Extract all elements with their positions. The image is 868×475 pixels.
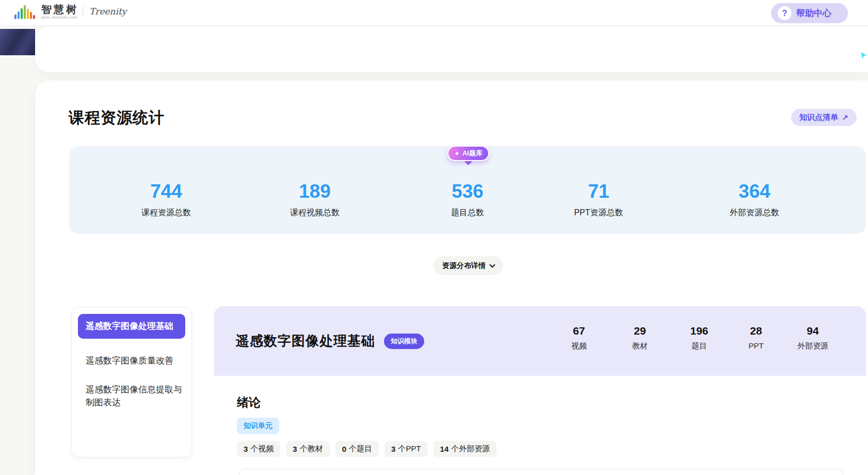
brand-name-en: Treenity (89, 6, 126, 17)
stat-label: 题目 (690, 341, 708, 351)
module-stat-questions: 196 题目 (690, 325, 708, 351)
brand-name-cn: 智慧树 (41, 4, 78, 14)
summary-stat-total-videos: 189 课程视频总数 (290, 182, 340, 218)
stat-value: 744 (141, 182, 191, 201)
question-icon: ? (778, 6, 792, 20)
knowledge-point-list-label: 知识点清单 (799, 113, 838, 122)
help-center-button[interactable]: ? 帮助中心 (771, 3, 848, 23)
page-title: 课程资源统计 (69, 107, 165, 129)
arrow-up-right-icon: ↗ (842, 113, 848, 122)
module-stat-external: 94 外部资源 (797, 325, 828, 351)
stat-value: 67 (571, 325, 587, 336)
sidebar-item-remote-sensing-basics[interactable]: 遥感数字图像处理基础 (78, 314, 185, 339)
module-sidebar: 遥感数字图像处理基础 遥感数字图像质量改善 遥感数字图像信息提取与制图表达 (71, 307, 192, 457)
module-header-panel: 遥感数字图像处理基础 知识模块 67 视频 29 教材 196 题目 28 PP… (214, 306, 866, 376)
stat-value: 189 (290, 182, 340, 201)
stat-value: 28 (748, 325, 763, 336)
resource-distribution-toggle[interactable]: 资源分布详情 (433, 256, 503, 275)
brand-url: www.zhihuishu.com (41, 15, 78, 19)
summary-stats-panel: 744 课程资源总数 189 课程视频总数 536 题目总数 71 PPT资源总… (69, 146, 866, 234)
logo-bars-icon (14, 4, 35, 19)
nav-bar: 课程概述 课程设计 知识关系 课程图谱 问题图谱 能力图谱 教学资源 (35, 27, 868, 72)
stat-value: 364 (730, 182, 779, 201)
sidebar-item-info-extraction-mapping[interactable]: 遥感数字图像信息提取与制图表达 (72, 383, 191, 409)
banner-image-fragment (0, 29, 35, 55)
knowledge-unit-badge: 知识单元 (237, 418, 279, 434)
chip-textbooks: 3 个教材 (286, 441, 329, 457)
chevron-down-icon (489, 262, 495, 267)
module-stat-videos: 67 视频 (571, 325, 587, 351)
unit-content-card (239, 469, 843, 475)
unit-resource-chips: 3 个视频 3 个教材 0 个题目 3 个PPT 14 个外部资源 (237, 441, 496, 457)
stat-label: PPT (748, 341, 763, 350)
ai-question-bank-badge: ✦ AI题库 (447, 146, 489, 161)
summary-stat-total-ppt: 71 PPT资源总数 (574, 182, 623, 218)
stat-value: 29 (632, 325, 648, 336)
knowledge-module-badge: 知识模块 (384, 334, 424, 349)
sidebar-item-image-quality-improvement[interactable]: 遥感数字图像质量改善 (72, 354, 191, 368)
stat-value: 71 (574, 182, 623, 201)
stat-value: 94 (797, 325, 828, 336)
summary-stat-total-external: 364 外部资源总数 (730, 182, 779, 218)
stat-label: 题目总数 (451, 208, 484, 218)
stat-label: PPT资源总数 (574, 208, 623, 218)
cursor-icon (860, 52, 868, 62)
stat-label: 课程资源总数 (141, 208, 191, 218)
chip-questions: 0 个题目 (335, 441, 379, 457)
stat-label: 教材 (632, 341, 648, 351)
stat-label: 视频 (571, 341, 587, 351)
summary-stat-total-questions: 536 题目总数 (451, 182, 484, 218)
sparkle-icon: ✦ (454, 150, 460, 157)
chip-videos: 3 个视频 (237, 441, 280, 457)
module-stat-textbooks: 29 教材 (632, 325, 648, 351)
stat-label: 外部资源总数 (730, 208, 779, 218)
summary-stat-total-resources: 744 课程资源总数 (141, 182, 191, 218)
top-header: 智慧树 www.zhihuishu.com Treenity ? 帮助中心 (0, 0, 868, 26)
resource-distribution-label: 资源分布详情 (442, 261, 486, 271)
stat-label: 课程视频总数 (290, 208, 340, 218)
stat-value: 196 (690, 325, 708, 336)
brand-logo[interactable]: 智慧树 www.zhihuishu.com Treenity (14, 4, 126, 19)
page: 智慧树 www.zhihuishu.com Treenity ? 帮助中心 课程… (0, 0, 868, 475)
ai-badge-label: AI题库 (462, 149, 483, 158)
module-title: 遥感数字图像处理基础 (236, 332, 375, 350)
chip-external: 14 个外部资源 (433, 441, 497, 457)
stat-value: 536 (451, 182, 484, 201)
chip-ppt: 3 个PPT (384, 441, 428, 457)
brand-divider (83, 6, 83, 17)
module-stat-ppt: 28 PPT (748, 325, 763, 350)
stat-label: 外部资源 (797, 341, 828, 351)
unit-title: 绪论 (237, 394, 261, 410)
help-center-label: 帮助中心 (796, 7, 831, 19)
knowledge-point-list-button[interactable]: 知识点清单 ↗ (791, 109, 857, 126)
